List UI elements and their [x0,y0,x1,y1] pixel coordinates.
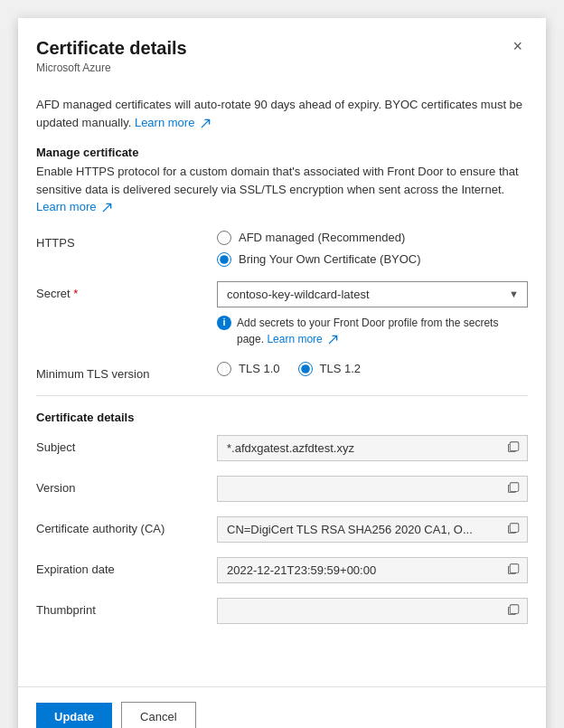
secret-select[interactable]: contoso-key-wildcard-latest [217,281,528,307]
secret-required-indicator: * [73,287,78,300]
certificate-details-dialog: Certificate details Microsoft Azure × AF… [18,18,546,728]
byoc-label: Bring Your Own Certificate (BYOC) [239,252,421,266]
expiration-row: Expiration date [36,557,528,583]
title-block: Certificate details Microsoft Azure [36,36,187,74]
copy-icon [508,522,521,534]
ca-field-wrapper [217,516,528,543]
subject-control [217,435,528,461]
tls12-radio[interactable] [298,362,313,376]
cancel-button[interactable]: Cancel [121,702,195,728]
ca-copy-button[interactable] [506,520,522,539]
version-field-wrapper [217,476,528,502]
section-divider [36,395,528,396]
secret-hint-block: i Add secrets to your Front Door profile… [217,315,528,347]
dialog-body: AFD managed certificates will auto-rotat… [18,81,546,686]
secret-hint-text: Add secrets to your Front Door profile f… [237,315,528,347]
tls-label: Minimum TLS version [36,362,217,381]
tls-radio-row: TLS 1.0 TLS 1.2 [217,362,528,376]
version-control [217,476,528,502]
tls10-label: TLS 1.0 [239,362,280,375]
thumbprint-copy-button[interactable] [506,601,522,620]
expiration-field [217,557,528,583]
tls12-label: TLS 1.2 [320,362,362,375]
tls-form-row: Minimum TLS version TLS 1.0 TLS 1.2 [36,362,528,381]
info-banner: AFD managed certificates will auto-rotat… [36,96,528,131]
secret-control: contoso-key-wildcard-latest ▼ i Add secr… [217,281,528,347]
expiration-copy-button[interactable] [506,561,522,580]
afd-managed-label: AFD managed (Recommended) [239,231,405,244]
subject-field [217,435,528,461]
dialog-title: Certificate details [36,36,187,60]
copy-icon [508,563,521,575]
manage-cert-external-link-icon [102,203,112,213]
afd-managed-radio[interactable] [217,231,231,245]
update-button[interactable]: Update [36,703,112,728]
tls12-option[interactable]: TLS 1.2 [298,362,362,376]
https-radio-group: AFD managed (Recommended) Bring Your Own… [217,231,528,267]
copy-icon [508,481,521,494]
copy-icon [508,603,521,616]
external-link-icon [201,118,211,128]
dialog-header: Certificate details Microsoft Azure × [18,18,546,81]
thumbprint-label: Thumbprint [36,598,217,617]
subject-label: Subject [36,435,217,454]
info-icon: i [217,316,231,330]
secret-external-link-icon [328,335,338,345]
https-label: HTTPS [36,231,217,250]
tls10-option[interactable]: TLS 1.0 [217,362,280,376]
https-control: AFD managed (Recommended) Bring Your Own… [217,231,528,267]
https-byoc-option[interactable]: Bring Your Own Certificate (BYOC) [217,252,528,267]
certificate-details-section: Certificate details Subject [36,411,528,624]
expiration-label: Expiration date [36,557,217,576]
cert-details-title: Certificate details [36,411,528,424]
thumbprint-control [217,598,528,624]
manage-cert-desc: Enable HTTPS protocol for a custom domai… [36,163,528,216]
ca-row: Certificate authority (CA) [36,516,528,543]
secret-form-row: Secret * contoso-key-wildcard-latest ▼ i… [36,281,528,347]
dialog-subtitle: Microsoft Azure [36,61,187,74]
dialog-footer: Update Cancel [18,686,546,728]
ca-label: Certificate authority (CA) [36,516,217,535]
tls-control: TLS 1.0 TLS 1.2 [217,362,528,376]
version-label: Version [36,476,217,495]
version-copy-button[interactable] [506,479,522,498]
https-afd-managed-option[interactable]: AFD managed (Recommended) [217,231,528,245]
secret-select-wrapper: contoso-key-wildcard-latest ▼ [217,281,528,307]
thumbprint-row: Thumbprint [36,598,528,624]
subject-copy-button[interactable] [506,439,522,458]
close-button[interactable]: × [507,36,528,56]
manage-certificate-section: Manage certificate Enable HTTPS protocol… [36,146,528,216]
version-row: Version [36,476,528,502]
byoc-radio[interactable] [217,252,231,267]
thumbprint-field-wrapper [217,598,528,624]
copy-icon [508,440,521,453]
secret-label: Secret * [36,281,217,300]
version-field [217,476,528,502]
https-form-row: HTTPS AFD managed (Recommended) Bring Yo… [36,231,528,267]
info-banner-text: AFD managed certificates will auto-rotat… [36,98,522,129]
manage-cert-learn-more-link[interactable]: Learn more [36,200,112,213]
thumbprint-field [217,598,528,624]
info-banner-learn-more-link[interactable]: Learn more [135,116,211,129]
expiration-field-wrapper [217,557,528,583]
ca-field [217,516,528,543]
ca-control [217,516,528,543]
secret-learn-more-link[interactable]: Learn more [267,333,338,345]
subject-row: Subject [36,435,528,461]
tls10-radio[interactable] [217,362,231,376]
manage-cert-title: Manage certificate [36,146,528,159]
expiration-control [217,557,528,583]
subject-field-wrapper [217,435,528,461]
